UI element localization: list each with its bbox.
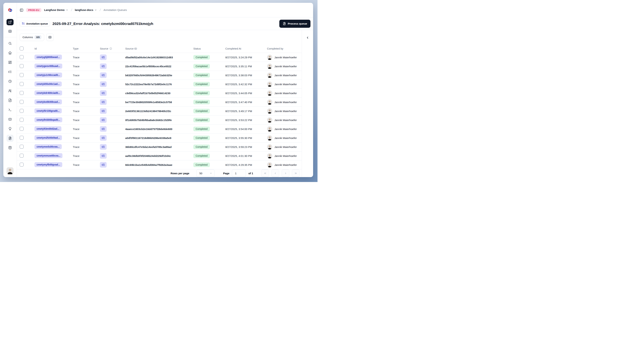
row-id-badge[interactable]: cmetymeds00cwa...	[35, 144, 62, 149]
expand-panel-button[interactable]	[305, 35, 310, 40]
table-row[interactable]: cmetymeds00cwa... Trace 36b90cdfc47e5da1…	[17, 142, 302, 152]
table-row[interactable]: cmetylt3m00d2ad... Trace 4aaece1603cb2e1…	[17, 124, 302, 134]
row-checkbox[interactable]	[20, 127, 24, 131]
sidebar-item-annotation-queues[interactable]	[7, 135, 14, 142]
columns-button[interactable]: Columns 8/8	[20, 34, 44, 41]
trace-source-button[interactable]	[100, 162, 107, 168]
column-header-type[interactable]: Type	[73, 47, 100, 50]
row-checkbox[interactable]	[20, 100, 24, 104]
row-source-id: 36b90cdfc47e5da14eefa5785c3a89ad	[125, 146, 193, 148]
row-checkbox[interactable]	[20, 163, 24, 166]
chevron-left-icon	[306, 36, 309, 39]
user-avatar[interactable]	[7, 167, 14, 174]
project-switcher[interactable]: langfuse-docs	[75, 8, 97, 12]
row-id-badge[interactable]: cmetykdr400ciad0...	[35, 90, 62, 96]
row-checkbox[interactable]	[20, 91, 24, 95]
sidebar-item-search[interactable]	[7, 40, 14, 47]
trace-source-button[interactable]	[100, 72, 107, 78]
row-id-badge[interactable]: cmetyl5r100grad0...	[35, 108, 62, 113]
first-page-button[interactable]	[261, 169, 269, 177]
org-logo[interactable]	[3, 3, 17, 17]
page-header: Annotation queue 2025-09-27_Error-Analys…	[17, 18, 313, 30]
file-code-icon	[8, 98, 12, 102]
sidebar-item-datasets[interactable]	[7, 144, 14, 151]
table-row[interactable]: cmetyk55x00c1ad... Trace 52c72c2222ea78e…	[17, 80, 302, 89]
table-row[interactable]: cmetyju1r00ccad0... Trace b63297665cfd44…	[17, 71, 302, 80]
table-row[interactable]: cmetygeov00buad... Trace 22c41f09acae5b1…	[17, 62, 302, 71]
sidebar-toggle-button[interactable]	[20, 8, 23, 12]
table-row[interactable]: cmetykdr400ciad0... Trace c9d56ca32efaff…	[17, 89, 302, 98]
open-in-new-button[interactable]	[7, 19, 14, 25]
sidebar-item-evaluation[interactable]	[7, 125, 14, 132]
table-row[interactable]: cmetymyfb00gvad... Trace 8dc69b1ba1e540b…	[17, 160, 302, 169]
knot-logo-icon	[8, 8, 13, 12]
table-row[interactable]: cmetylht300bqad0... Trace 0f1dd65b7bb9bf…	[17, 116, 302, 124]
avatar-photo	[267, 126, 272, 132]
terminal-icon	[8, 108, 12, 112]
table-row[interactable]: cmetyl5r100grad0... Trace 2e603f31361115…	[17, 107, 302, 116]
row-checkbox[interactable]	[20, 55, 24, 59]
next-page-button[interactable]	[282, 169, 289, 177]
column-header-completed-by[interactable]: Completed by	[267, 47, 302, 50]
trace-source-button[interactable]	[100, 117, 107, 123]
column-header-source-id[interactable]: Source ID	[125, 47, 193, 50]
row-id-badge[interactable]: cmetym2fz00d4ad...	[35, 135, 62, 140]
row-id-badge[interactable]: cmetymyfb00gvad...	[35, 162, 62, 167]
sidebar-item-dashboards[interactable]	[7, 59, 14, 66]
row-id-badge[interactable]: cmetylt3m00d2ad...	[35, 126, 61, 131]
process-queue-button[interactable]: Process queue	[279, 20, 310, 28]
row-user-avatar	[267, 144, 272, 150]
row-height-button[interactable]	[46, 34, 54, 41]
sidebar-item-users[interactable]	[7, 87, 14, 94]
table-row[interactable]: cmetymmuw00cea... Trace aaf0c38db0f3f204…	[17, 152, 302, 160]
last-page-button[interactable]	[292, 169, 300, 177]
sidebar-item-prompts[interactable]	[7, 97, 14, 104]
previous-page-button[interactable]	[271, 169, 279, 177]
column-header-id[interactable]: Id	[35, 47, 73, 50]
page-number-input[interactable]	[232, 169, 246, 177]
row-id-badge[interactable]: cmetymmuw00cea...	[35, 153, 62, 158]
table-row[interactable]: cmetym2fz00d4ad... Trace a0df3f901167218…	[17, 134, 302, 142]
row-id-badge[interactable]: cmetyk55x00c1ad...	[35, 82, 62, 86]
sidebar-item-scores[interactable]	[7, 116, 14, 123]
sidebar-item-sessions[interactable]	[7, 78, 14, 85]
row-checkbox[interactable]	[20, 145, 24, 148]
trace-source-button[interactable]	[100, 54, 107, 60]
row-status-badge: Completed	[193, 64, 210, 68]
column-header-status[interactable]: Status	[193, 47, 225, 50]
row-id-badge[interactable]: cmetylht300bqad0...	[35, 117, 62, 122]
row-status-badge: Completed	[193, 136, 210, 140]
sidebar-item-tracing[interactable]	[7, 68, 14, 75]
row-id-badge[interactable]: cmetyko0k00bsad...	[35, 100, 62, 104]
row-checkbox[interactable]	[20, 136, 24, 140]
info-icon	[109, 47, 112, 50]
row-id-badge[interactable]: cmetygeov00buad...	[35, 64, 62, 68]
sidebar-item-home[interactable]	[7, 49, 14, 56]
org-switcher[interactable]: Langfuse Demo	[44, 8, 68, 12]
sidebar-item-playground[interactable]	[7, 106, 14, 113]
trace-source-button[interactable]	[100, 144, 107, 150]
trace-source-button[interactable]	[100, 108, 107, 114]
trace-source-button[interactable]	[100, 153, 107, 159]
row-checkbox[interactable]	[20, 73, 24, 77]
rows-per-page-select[interactable]: 50	[196, 169, 215, 177]
trace-source-button[interactable]	[100, 81, 107, 87]
trace-source-button[interactable]	[100, 126, 107, 132]
column-header-source[interactable]: Source	[100, 47, 125, 50]
table-row[interactable]: cmetyg5j800bwad... Trace d5ad9d52a00c6e1…	[17, 53, 302, 62]
row-id-badge[interactable]: cmetyg5j800bwad...	[35, 55, 62, 60]
row-checkbox[interactable]	[20, 64, 24, 68]
row-id-badge[interactable]: cmetyju1r00ccad0...	[35, 72, 62, 78]
row-checkbox[interactable]	[20, 118, 24, 122]
row-checkbox[interactable]	[20, 154, 24, 158]
trace-source-button[interactable]	[100, 135, 107, 141]
row-checkbox[interactable]	[20, 109, 24, 113]
table-view-button[interactable]	[7, 28, 14, 35]
trace-source-button[interactable]	[100, 99, 107, 105]
trace-source-button[interactable]	[100, 64, 107, 69]
table-row[interactable]: cmetyko0k00bsad... Trace be7723e30d80205…	[17, 98, 302, 107]
trace-source-button[interactable]	[100, 90, 107, 96]
column-header-completed-at[interactable]: Completed At	[225, 47, 267, 50]
select-all-checkbox[interactable]	[20, 46, 24, 50]
row-checkbox[interactable]	[20, 82, 24, 86]
